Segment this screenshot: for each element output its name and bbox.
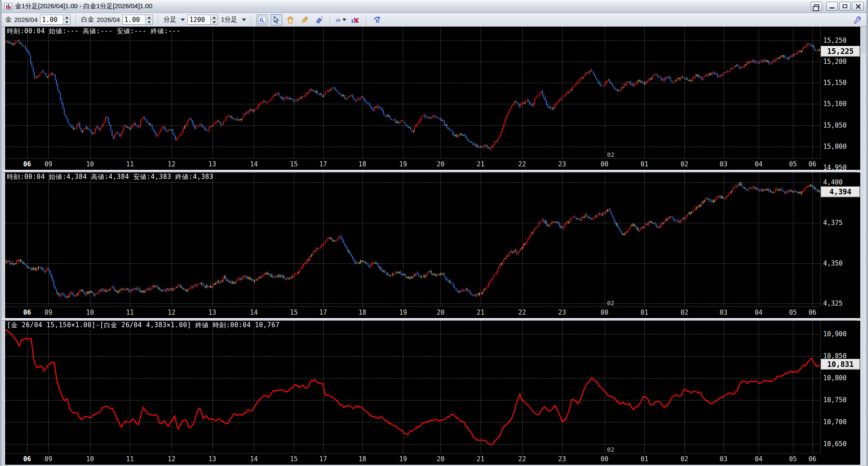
time-axis-label: 06 [809, 455, 816, 463]
time-axis-label: 11 [126, 160, 134, 168]
gold-price-axis: 15,225 15,25015,20015,15015,10015,05015,… [821, 27, 860, 170]
y-axis-label: 10,750 [823, 396, 846, 404]
time-axis-label: 01 [640, 309, 648, 316]
platinum-date-label: 02 [607, 300, 615, 306]
platinum-price-axis: 4,394 4,4004,3754,3504,325 [821, 172, 860, 318]
spread-plot[interactable]: [金 26/04 15,150×1.00]-[白金 26/04 4,383×1.… [5, 321, 821, 453]
time-axis-label: 12 [168, 455, 175, 463]
pan-hand-icon [286, 16, 295, 24]
time-axis-label: 15 [290, 160, 298, 168]
gold-chart-panel: 時刻:00:04 始値:--- 高値:--- 安値:--- 終値:--- 02 … [5, 27, 860, 170]
toolbar: 金 2026/04 白金 2026/04 分足 1分足 [2, 13, 866, 27]
time-axis-label: 18 [359, 160, 366, 168]
spread-time-axis: 0609101112131415171819202122230001020304… [5, 453, 821, 465]
gold-label: 金 [5, 16, 12, 24]
time-axis-label: 06 [23, 455, 31, 463]
time-axis-label: 15 [290, 455, 298, 463]
bar-count-stepper[interactable] [210, 15, 218, 24]
bar-style-remove-button[interactable] [350, 14, 361, 25]
spread-status-line: [金 26/04 15,150×1.00]-[白金 26/04 4,383×1.… [7, 321, 280, 329]
gold-last-price-badge: 15,225 [821, 46, 860, 57]
spread-last-value-badge: 10,831 [821, 359, 860, 370]
y-axis-label: 10,700 [823, 418, 846, 426]
time-axis-label: 18 [359, 455, 366, 463]
bar-style-button[interactable] [335, 14, 347, 25]
time-axis-label: 06 [809, 309, 816, 316]
time-axis-label: 02 [681, 455, 688, 463]
time-axis-label: 03 [720, 455, 727, 463]
bar-count-spinbox [187, 15, 218, 25]
chart-cursor-icon [258, 16, 266, 24]
platinum-multiplier-input[interactable] [123, 15, 145, 24]
chevron-down-icon [242, 19, 246, 21]
y-axis-label: 10,900 [823, 330, 846, 338]
time-axis-label: 21 [477, 455, 484, 463]
platinum-label: 白金 [81, 16, 94, 24]
time-axis-label: 22 [518, 160, 526, 168]
time-axis-label: 20 [437, 309, 444, 316]
gold-multiplier-input[interactable] [41, 15, 63, 24]
gold-status-line: 時刻:00:04 始値:--- 高値:--- 安値:--- 終値:--- [7, 27, 181, 35]
select-tool-button[interactable] [271, 14, 282, 25]
time-axis-label: 19 [399, 455, 407, 463]
time-axis-label: 12 [168, 309, 175, 316]
y-axis-label: 10,650 [823, 440, 846, 448]
settings-button[interactable] [851, 14, 863, 25]
minimize-icon [830, 7, 834, 9]
bar-style-icon [336, 16, 340, 24]
spread-date-label: 02 [607, 446, 615, 453]
time-axis-label: 14 [250, 309, 258, 316]
time-axis-label: 01 [640, 455, 648, 463]
chevron-down-icon [342, 19, 347, 21]
interval-dropdown[interactable]: 1分足 [221, 16, 237, 24]
time-axis-label: 13 [209, 160, 216, 168]
time-axis-label: 22 [518, 455, 526, 463]
time-axis-label: 17 [319, 160, 327, 168]
time-axis-label: 03 [720, 160, 727, 168]
time-axis-label: 19 [399, 160, 407, 168]
pan-tool-button[interactable] [285, 14, 297, 25]
minimize-button[interactable] [826, 2, 838, 11]
time-axis-label: 14 [250, 160, 258, 168]
spread-price-axis: 10,831 10,90010,85010,80010,75010,70010,… [821, 321, 860, 465]
erase-tool-button[interactable] [313, 14, 325, 25]
pencil-icon [300, 16, 309, 24]
platinum-plot[interactable]: 時刻:00:04 始値:4,384 高値:4,384 安値:4,383 終値:4… [5, 172, 821, 307]
gold-plot[interactable]: 時刻:00:04 始値:--- 高値:--- 安値:--- 終値:--- 02 [5, 27, 821, 159]
draw-tool-button[interactable] [299, 14, 311, 25]
close-button[interactable] [852, 2, 864, 11]
platinum-month-label: 2026/04 [97, 16, 120, 23]
time-axis-label: 06 [23, 160, 31, 168]
time-axis-label: 00 [601, 309, 609, 316]
time-axis-label: 11 [126, 455, 134, 463]
y-axis-label: 4,375 [823, 219, 843, 227]
time-axis-label: 20 [437, 160, 444, 168]
time-axis-label: 17 [319, 309, 327, 316]
bar-type-dropdown[interactable]: 分足 [163, 16, 176, 24]
time-axis-label: 05 [789, 455, 797, 463]
window-title: 金1分足[2026/04]1.00 - 白金1分足[2026/04]1.00 [15, 2, 811, 10]
y-axis-label: 15,000 [823, 143, 846, 150]
time-axis-label: 20 [437, 455, 444, 463]
time-axis-label: 06 [809, 160, 816, 168]
reload-button[interactable]: R [372, 14, 383, 25]
time-axis-label: 17 [319, 455, 327, 463]
time-axis-label: 09 [44, 160, 52, 168]
maximize-button[interactable] [839, 2, 851, 11]
time-axis-label: 11 [126, 309, 134, 316]
y-axis-label: 15,200 [823, 58, 846, 66]
time-axis-label: 00 [601, 160, 609, 168]
gold-multiplier-stepper[interactable] [63, 15, 70, 24]
platinum-status-line: 時刻:00:04 始値:4,384 高値:4,384 安値:4,383 終値:4… [7, 173, 213, 181]
gold-multiplier-spinbox [40, 15, 71, 25]
platinum-time-axis: 0609101112131415171819202122230001020304… [5, 307, 821, 318]
window-float-button[interactable] [811, 2, 822, 11]
chart-cursor-button[interactable] [256, 14, 268, 25]
bar-count-input[interactable] [188, 15, 210, 24]
chevron-down-icon [181, 19, 185, 21]
y-axis-label: 15,050 [823, 122, 846, 129]
toolbar-separator [158, 15, 159, 25]
toolbar-separator [330, 15, 331, 25]
platinum-multiplier-stepper[interactable] [145, 15, 153, 24]
time-axis-label: 04 [755, 455, 762, 463]
